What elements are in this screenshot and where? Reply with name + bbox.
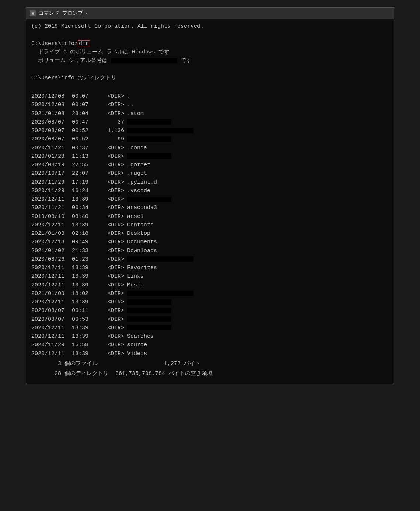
- entry-name: Contacts: [127, 221, 389, 229]
- entry-name: [127, 126, 389, 135]
- entry-date: 2021/01/03: [31, 229, 72, 238]
- entry-type: 1,136: [94, 126, 127, 135]
- table-row: 2020/11/21 00:37 <DIR> .conda: [31, 144, 389, 152]
- entry-name: Searches: [127, 332, 389, 341]
- entry-date: 2020/08/07: [31, 315, 72, 324]
- entry-type: <DIR>: [94, 238, 127, 246]
- entry-name: Desktop: [127, 229, 389, 238]
- terminal-content[interactable]: (c) 2019 Microsoft Corporation. All righ…: [26, 19, 394, 384]
- entry-type: 99: [94, 135, 127, 143]
- entry-name: source: [127, 341, 389, 349]
- drive-label: ドライブ C のボリューム ラベルは Windows です: [38, 49, 169, 55]
- table-row: 2021/01/02 21:33 <DIR> Downloads: [31, 247, 389, 255]
- entry-time: 15:58: [72, 341, 94, 349]
- entry-name: ..: [127, 101, 389, 109]
- entry-time: 23:04: [72, 110, 94, 118]
- entry-type: <DIR>: [94, 281, 127, 289]
- entry-time: 13:39: [72, 298, 94, 306]
- redacted-name: [127, 153, 171, 159]
- entry-time: 00:34: [72, 204, 94, 212]
- table-row: 2021/01/08 23:04 <DIR> .atom: [31, 110, 389, 118]
- entry-type: <DIR>: [94, 289, 127, 298]
- entry-date: 2020/12/11: [31, 350, 72, 358]
- table-row: 2020/12/11 13:39 <DIR>: [31, 324, 389, 332]
- entry-name: [127, 324, 389, 332]
- entry-date: 2020/08/07: [31, 118, 72, 126]
- table-row: 2020/12/08 00:07 <DIR> .: [31, 92, 389, 101]
- entry-date: 2020/12/11: [31, 332, 72, 341]
- table-row: 2020/08/07 00:52 1,136: [31, 126, 389, 135]
- prompt-line: C:\Users\info>dir: [31, 39, 389, 48]
- entry-type: 37: [94, 118, 127, 126]
- entry-type: <DIR>: [94, 298, 127, 306]
- entry-name: [127, 135, 389, 143]
- entry-time: 01:23: [72, 255, 94, 264]
- entry-time: 00:11: [72, 306, 94, 315]
- entry-time: 21:33: [72, 247, 94, 255]
- table-row: 2020/12/08 00:07 <DIR> ..: [31, 101, 389, 109]
- table-row: 2019/08/10 08:40 <DIR> ansel: [31, 212, 389, 221]
- table-row: 2020/01/28 11:13 <DIR>: [31, 152, 389, 161]
- command-text: dir: [78, 40, 90, 47]
- table-row: 2020/08/19 22:55 <DIR> .dotnet: [31, 161, 389, 169]
- table-row: 2020/12/11 13:39 <DIR> Links: [31, 272, 389, 281]
- entry-date: 2020/12/11: [31, 221, 72, 229]
- entry-name: anaconda3: [127, 204, 389, 212]
- serial-line: ボリューム シリアル番号は です: [31, 56, 389, 65]
- entry-name: [127, 152, 389, 161]
- table-row: 2020/12/11 13:39 <DIR>: [31, 298, 389, 306]
- entry-date: 2020/12/11: [31, 324, 72, 332]
- entry-name: .: [127, 92, 389, 101]
- entry-time: 00:07: [72, 101, 94, 109]
- redacted-name: [127, 325, 171, 330]
- redacted-wide-name: [127, 256, 193, 262]
- entry-date: 2019/08/10: [31, 212, 72, 221]
- entry-type: <DIR>: [94, 187, 127, 195]
- entry-name: [127, 306, 389, 315]
- entry-name: [127, 298, 389, 306]
- table-row: 2020/11/29 16:24 <DIR> .vscode: [31, 187, 389, 195]
- entry-date: 2020/11/29: [31, 178, 72, 187]
- table-row: 2020/08/07 00:53 <DIR>: [31, 315, 389, 324]
- table-row: 2020/11/29 15:58 <DIR> source: [31, 341, 389, 349]
- redacted-name: [127, 299, 171, 305]
- entry-type: <DIR>: [94, 101, 127, 109]
- entry-time: 13:39: [72, 281, 94, 289]
- entry-time: 08:40: [72, 212, 94, 221]
- entry-time: 02:18: [72, 229, 94, 238]
- title-bar: ▣ コマンド プロンプト: [26, 8, 394, 19]
- entry-time: 13:39: [72, 221, 94, 229]
- redacted-name: [127, 308, 171, 313]
- entry-date: 2020/12/11: [31, 298, 72, 306]
- blank-line2: [31, 65, 389, 73]
- entry-name: .dotnet: [127, 161, 389, 169]
- table-row: 2020/12/11 13:39 <DIR> Favorites: [31, 264, 389, 272]
- entry-type: <DIR>: [94, 110, 127, 118]
- table-row: 2021/01/09 18:02 <DIR>: [31, 289, 389, 298]
- entry-name: Music: [127, 281, 389, 289]
- entry-type: <DIR>: [94, 212, 127, 221]
- entry-name: [127, 118, 389, 126]
- redacted-wide-name: [127, 291, 193, 296]
- table-row: 2020/12/11 13:39 <DIR> Contacts: [31, 221, 389, 229]
- entry-date: 2020/11/21: [31, 204, 72, 212]
- entry-time: 00:52: [72, 126, 94, 135]
- title-bar-text: コマンド プロンプト: [39, 10, 88, 17]
- entry-time: 22:07: [72, 169, 94, 178]
- table-row: 2020/08/07 00:52 99: [31, 135, 389, 143]
- entry-type: <DIR>: [94, 247, 127, 255]
- table-row: 2020/08/07 00:47 37: [31, 118, 389, 126]
- table-row: 2020/12/11 13:39 <DIR> Videos: [31, 350, 389, 358]
- entry-date: 2020/08/07: [31, 126, 72, 135]
- entry-date: 2020/08/07: [31, 135, 72, 143]
- summary-files: 3 個のファイル 1,272 バイト: [31, 359, 389, 368]
- entry-date: 2020/12/08: [31, 92, 72, 101]
- entry-time: 13:39: [72, 264, 94, 272]
- redacted-name: [127, 136, 171, 142]
- entry-type: <DIR>: [94, 161, 127, 169]
- entry-name: .vscode: [127, 187, 389, 195]
- table-row: 2020/12/13 09:49 <DIR> Documents: [31, 238, 389, 246]
- entry-name: .nuget: [127, 169, 389, 178]
- entry-name: [127, 255, 389, 264]
- entry-name: .atom: [127, 110, 389, 118]
